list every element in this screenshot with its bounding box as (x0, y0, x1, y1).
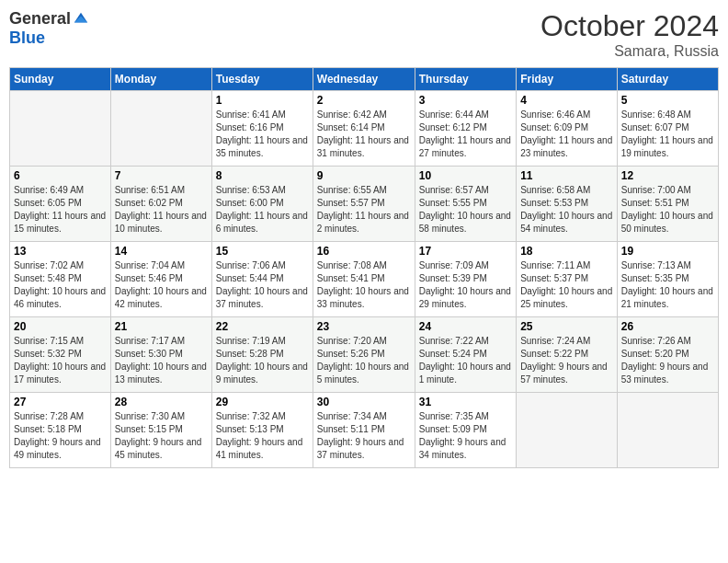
location: Samara, Russia (540, 43, 719, 60)
day-info: Sunrise: 7:28 AMSunset: 5:18 PMDaylight:… (14, 410, 107, 462)
day-info: Sunrise: 6:57 AMSunset: 5:55 PMDaylight:… (419, 184, 512, 236)
day-info: Sunrise: 6:51 AMSunset: 6:02 PMDaylight:… (115, 184, 208, 236)
calendar-week-row: 6Sunrise: 6:49 AMSunset: 6:05 PMDaylight… (10, 167, 719, 242)
table-row: 27Sunrise: 7:28 AMSunset: 5:18 PMDayligh… (10, 393, 111, 468)
table-row: 4Sunrise: 6:46 AMSunset: 6:09 PMDaylight… (517, 91, 618, 167)
col-saturday: Saturday (617, 68, 718, 91)
table-row (617, 393, 718, 468)
day-info: Sunrise: 6:48 AMSunset: 6:07 PMDaylight:… (621, 109, 714, 160)
day-info: Sunrise: 6:46 AMSunset: 6:09 PMDaylight:… (520, 109, 613, 160)
day-number: 21 (115, 320, 208, 333)
day-info: Sunrise: 7:04 AMSunset: 5:46 PMDaylight:… (115, 259, 208, 311)
day-number: 24 (419, 320, 512, 333)
day-info: Sunrise: 7:09 AMSunset: 5:39 PMDaylight:… (419, 259, 512, 311)
day-info: Sunrise: 7:19 AMSunset: 5:28 PMDaylight:… (216, 335, 309, 386)
table-row: 8Sunrise: 6:53 AMSunset: 6:00 PMDaylight… (211, 167, 313, 242)
day-number: 16 (317, 245, 411, 258)
col-thursday: Thursday (415, 68, 516, 91)
day-number: 19 (621, 245, 714, 258)
day-number: 30 (317, 396, 411, 408)
day-info: Sunrise: 7:15 AMSunset: 5:32 PMDaylight:… (14, 335, 107, 386)
day-number: 11 (520, 169, 613, 182)
table-row (110, 91, 211, 167)
table-row: 6Sunrise: 6:49 AMSunset: 6:05 PMDaylight… (10, 167, 111, 242)
table-row: 17Sunrise: 7:09 AMSunset: 5:39 PMDayligh… (415, 242, 516, 317)
day-info: Sunrise: 6:55 AMSunset: 5:57 PMDaylight:… (317, 184, 411, 236)
day-info: Sunrise: 7:17 AMSunset: 5:30 PMDaylight:… (115, 335, 208, 386)
calendar-week-row: 20Sunrise: 7:15 AMSunset: 5:32 PMDayligh… (10, 317, 719, 393)
table-row: 11Sunrise: 6:58 AMSunset: 5:53 PMDayligh… (517, 167, 618, 242)
calendar-week-row: 1Sunrise: 6:41 AMSunset: 6:16 PMDaylight… (10, 91, 719, 167)
calendar-header-row: Sunday Monday Tuesday Wednesday Thursday… (10, 68, 719, 91)
col-wednesday: Wednesday (313, 68, 415, 91)
table-row: 22Sunrise: 7:19 AMSunset: 5:28 PMDayligh… (211, 317, 313, 393)
day-number: 31 (419, 396, 512, 408)
table-row: 19Sunrise: 7:13 AMSunset: 5:35 PMDayligh… (617, 242, 718, 317)
day-info: Sunrise: 7:11 AMSunset: 5:37 PMDaylight:… (520, 259, 613, 311)
page-header: General Blue October 2024 Samara, Russia (9, 9, 719, 60)
table-row: 13Sunrise: 7:02 AMSunset: 5:48 PMDayligh… (10, 242, 111, 317)
day-info: Sunrise: 6:41 AMSunset: 6:16 PMDaylight:… (216, 109, 309, 160)
day-info: Sunrise: 6:44 AMSunset: 6:12 PMDaylight:… (419, 109, 512, 160)
calendar-table: Sunday Monday Tuesday Wednesday Thursday… (9, 67, 719, 468)
day-number: 10 (419, 169, 512, 182)
calendar-week-row: 27Sunrise: 7:28 AMSunset: 5:18 PMDayligh… (10, 393, 719, 468)
day-number: 29 (216, 396, 309, 408)
table-row: 2Sunrise: 6:42 AMSunset: 6:14 PMDaylight… (313, 91, 415, 167)
svg-marker-1 (74, 16, 87, 22)
table-row: 3Sunrise: 6:44 AMSunset: 6:12 PMDaylight… (415, 91, 516, 167)
logo-general-text: General (9, 9, 71, 29)
table-row: 18Sunrise: 7:11 AMSunset: 5:37 PMDayligh… (517, 242, 618, 317)
table-row: 30Sunrise: 7:34 AMSunset: 5:11 PMDayligh… (313, 393, 415, 468)
day-number: 3 (419, 94, 512, 107)
table-row: 24Sunrise: 7:22 AMSunset: 5:24 PMDayligh… (415, 317, 516, 393)
day-info: Sunrise: 7:06 AMSunset: 5:44 PMDaylight:… (216, 259, 309, 311)
day-number: 20 (14, 320, 107, 333)
day-number: 23 (317, 320, 411, 333)
table-row: 20Sunrise: 7:15 AMSunset: 5:32 PMDayligh… (10, 317, 111, 393)
col-friday: Friday (517, 68, 618, 91)
table-row: 21Sunrise: 7:17 AMSunset: 5:30 PMDayligh… (110, 317, 211, 393)
day-number: 17 (419, 245, 512, 258)
table-row: 10Sunrise: 6:57 AMSunset: 5:55 PMDayligh… (415, 167, 516, 242)
day-info: Sunrise: 6:49 AMSunset: 6:05 PMDaylight:… (14, 184, 107, 236)
table-row (10, 91, 111, 167)
table-row: 28Sunrise: 7:30 AMSunset: 5:15 PMDayligh… (110, 393, 211, 468)
day-number: 27 (14, 396, 107, 408)
day-info: Sunrise: 7:13 AMSunset: 5:35 PMDaylight:… (621, 259, 714, 311)
table-row: 7Sunrise: 6:51 AMSunset: 6:02 PMDaylight… (110, 167, 211, 242)
day-info: Sunrise: 7:20 AMSunset: 5:26 PMDaylight:… (317, 335, 411, 386)
day-info: Sunrise: 6:53 AMSunset: 6:00 PMDaylight:… (216, 184, 309, 236)
day-info: Sunrise: 7:08 AMSunset: 5:41 PMDaylight:… (317, 259, 411, 311)
table-row (517, 393, 618, 468)
table-row: 12Sunrise: 7:00 AMSunset: 5:51 PMDayligh… (617, 167, 718, 242)
logo-blue-text: Blue (9, 29, 45, 48)
day-number: 8 (216, 169, 309, 182)
day-info: Sunrise: 7:26 AMSunset: 5:20 PMDaylight:… (621, 335, 714, 386)
table-row: 14Sunrise: 7:04 AMSunset: 5:46 PMDayligh… (110, 242, 211, 317)
day-number: 5 (621, 94, 714, 107)
table-row: 1Sunrise: 6:41 AMSunset: 6:16 PMDaylight… (211, 91, 313, 167)
day-number: 18 (520, 245, 613, 258)
day-number: 14 (115, 245, 208, 258)
day-info: Sunrise: 6:58 AMSunset: 5:53 PMDaylight:… (520, 184, 613, 236)
day-number: 25 (520, 320, 613, 333)
day-info: Sunrise: 7:30 AMSunset: 5:15 PMDaylight:… (115, 410, 208, 462)
col-sunday: Sunday (10, 68, 111, 91)
day-number: 6 (14, 169, 107, 182)
table-row: 29Sunrise: 7:32 AMSunset: 5:13 PMDayligh… (211, 393, 313, 468)
month-title: October 2024 (540, 9, 719, 43)
day-info: Sunrise: 7:35 AMSunset: 5:09 PMDaylight:… (419, 410, 512, 462)
table-row: 9Sunrise: 6:55 AMSunset: 5:57 PMDaylight… (313, 167, 415, 242)
day-number: 15 (216, 245, 309, 258)
col-monday: Monday (110, 68, 211, 91)
day-number: 28 (115, 396, 208, 408)
table-row: 31Sunrise: 7:35 AMSunset: 5:09 PMDayligh… (415, 393, 516, 468)
day-info: Sunrise: 7:34 AMSunset: 5:11 PMDaylight:… (317, 410, 411, 462)
day-info: Sunrise: 7:32 AMSunset: 5:13 PMDaylight:… (216, 410, 309, 462)
day-info: Sunrise: 7:02 AMSunset: 5:48 PMDaylight:… (14, 259, 107, 311)
day-number: 4 (520, 94, 613, 107)
logo-icon (73, 11, 89, 28)
table-row: 25Sunrise: 7:24 AMSunset: 5:22 PMDayligh… (517, 317, 618, 393)
day-number: 9 (317, 169, 411, 182)
